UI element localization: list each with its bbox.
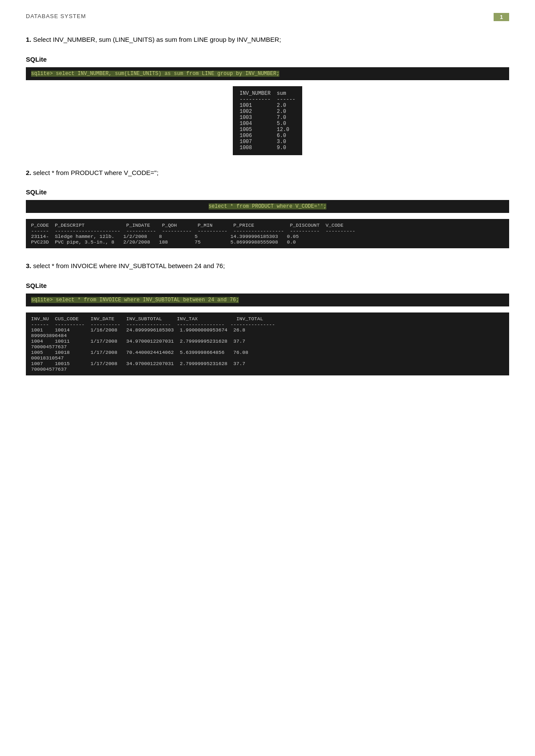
q1-result-table: INV_NUMBER sum ---------- ------ 1001 2.… bbox=[233, 86, 303, 155]
q3-result-table: INV_NU CUS_CODE INV_DATE INV_SUBTOTAL IN… bbox=[26, 312, 509, 375]
q3-terminal-command: sqlite> select * from INVOICE where INV_… bbox=[26, 294, 509, 306]
question-3-number: 3. bbox=[26, 262, 31, 269]
q1-terminal-command: sqlite> select INV_NUMBER, sum(LINE_UNIT… bbox=[26, 67, 509, 80]
q2-terminal-text: select * from PRODUCT where V_CODE=''; bbox=[209, 203, 327, 209]
question-3-section: 3. select * from INVOICE where INV_SUBTO… bbox=[26, 260, 509, 272]
question-2-number: 2. bbox=[26, 169, 31, 176]
q2-sqlite-label: SQLite bbox=[26, 188, 509, 196]
q1-sqlite-label: SQLite bbox=[26, 56, 509, 63]
question-1-section: 1. Select INV_NUMBER, sum (LINE_UNITS) a… bbox=[26, 34, 509, 45]
document-title: DATABASE SYSTEM bbox=[26, 13, 86, 19]
q3-terminal-text: sqlite> select * from INVOICE where INV_… bbox=[31, 297, 239, 303]
question-1-text: 1. Select INV_NUMBER, sum (LINE_UNITS) a… bbox=[26, 34, 509, 45]
question-2-text: 2. select * from PRODUCT where V_CODE=''… bbox=[26, 167, 509, 178]
q1-terminal-text: sqlite> select INV_NUMBER, sum(LINE_UNIT… bbox=[31, 71, 279, 77]
q2-result-table: P_CODE P_DESCRIPT P_INDATE P_QOH P_MIN P… bbox=[26, 219, 509, 248]
page-header: DATABASE SYSTEM 1 bbox=[26, 13, 509, 21]
question-2-section: 2. select * from PRODUCT where V_CODE=''… bbox=[26, 167, 509, 178]
q2-terminal-command: select * from PRODUCT where V_CODE=''; bbox=[26, 200, 509, 213]
page-number: 1 bbox=[494, 13, 509, 21]
q1-result-container: INV_NUMBER sum ---------- ------ 1001 2.… bbox=[26, 86, 509, 155]
q3-sqlite-label: SQLite bbox=[26, 282, 509, 289]
question-1-number: 1. bbox=[26, 36, 31, 43]
question-3-text: 3. select * from INVOICE where INV_SUBTO… bbox=[26, 260, 509, 272]
